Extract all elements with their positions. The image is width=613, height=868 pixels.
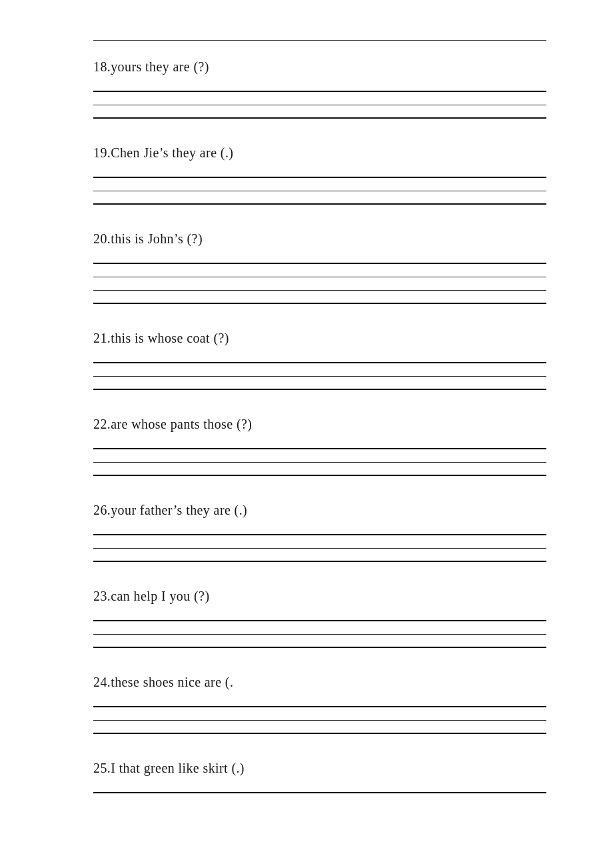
answer-line-23-1 — [93, 623, 546, 635]
answer-line-26-2 — [93, 550, 546, 562]
exercise-prompt-24: 24.these shoes nice are (. — [93, 668, 546, 695]
gap-22 — [93, 489, 546, 496]
answer-line-21-0 — [93, 351, 546, 363]
exercise-block-26: 26.your father’s they are (.) — [93, 496, 546, 563]
exercise-block-18: 18.yours they are (?) — [93, 53, 546, 120]
gap-21 — [93, 403, 546, 410]
exercise-prompt-20: 20.this is John’s (?) — [93, 225, 546, 252]
answer-lines-23 — [93, 609, 546, 649]
top-divider — [93, 40, 546, 41]
gap-18 — [93, 132, 546, 139]
exercise-block-22: 22.are whose pants those (?) — [93, 410, 546, 477]
exercise-prompt-21: 21.this is whose coat (?) — [93, 324, 546, 351]
answer-lines-24 — [93, 695, 546, 735]
answer-line-22-2 — [93, 464, 546, 476]
exercise-block-21: 21.this is whose coat (?) — [93, 324, 546, 391]
exercise-block-23: 23.can help I you (?) — [93, 582, 546, 649]
exercise-prompt-26: 26.your father’s they are (.) — [93, 496, 546, 523]
answer-line-19-1 — [93, 179, 546, 191]
answer-line-23-0 — [93, 609, 546, 621]
answer-line-24-1 — [93, 709, 546, 721]
answer-line-22-0 — [93, 437, 546, 449]
answer-lines-25 — [93, 781, 546, 795]
answer-line-24-2 — [93, 722, 546, 734]
answer-line-19-0 — [93, 166, 546, 178]
answer-line-20-2 — [93, 279, 546, 291]
gap-26 — [93, 575, 546, 582]
gap-24 — [93, 747, 546, 754]
answer-line-19-2 — [93, 193, 546, 205]
answer-line-21-2 — [93, 378, 546, 390]
exercise-block-24: 24.these shoes nice are (. — [93, 668, 546, 735]
answer-lines-22 — [93, 437, 546, 477]
answer-line-18-2 — [93, 107, 546, 119]
answer-line-22-1 — [93, 451, 546, 463]
answer-line-20-1 — [93, 265, 546, 277]
answer-lines-20 — [93, 252, 546, 305]
exercise-prompt-18: 18.yours they are (?) — [93, 53, 546, 80]
answer-line-23-2 — [93, 636, 546, 648]
exercise-prompt-22: 22.are whose pants those (?) — [93, 410, 546, 437]
answer-line-24-0 — [93, 695, 546, 707]
exercise-block-20: 20.this is John’s (?) — [93, 225, 546, 305]
answer-line-26-0 — [93, 523, 546, 535]
exercise-block-25: 25.I that green like skirt (.) — [93, 754, 546, 795]
answer-line-20-0 — [93, 252, 546, 264]
answer-line-26-1 — [93, 537, 546, 549]
gap-19 — [93, 218, 546, 225]
exercise-block-19: 19.Chen Jie’s they are (.) — [93, 139, 546, 206]
answer-lines-26 — [93, 523, 546, 563]
answer-lines-21 — [93, 351, 546, 391]
exercises-container: 18.yours they are (?)19.Chen Jie’s they … — [93, 53, 546, 795]
gap-20 — [93, 317, 546, 324]
answer-line-18-0 — [93, 80, 546, 92]
answer-line-25-0 — [93, 781, 546, 793]
gap-23 — [93, 661, 546, 668]
exercise-prompt-23: 23.can help I you (?) — [93, 582, 546, 609]
exercise-prompt-19: 19.Chen Jie’s they are (.) — [93, 139, 546, 166]
answer-line-18-1 — [93, 93, 546, 105]
answer-lines-18 — [93, 80, 546, 120]
exercise-prompt-25: 25.I that green like skirt (.) — [93, 754, 546, 781]
answer-line-20-3 — [93, 292, 546, 304]
answer-line-21-1 — [93, 365, 546, 377]
answer-lines-19 — [93, 166, 546, 206]
